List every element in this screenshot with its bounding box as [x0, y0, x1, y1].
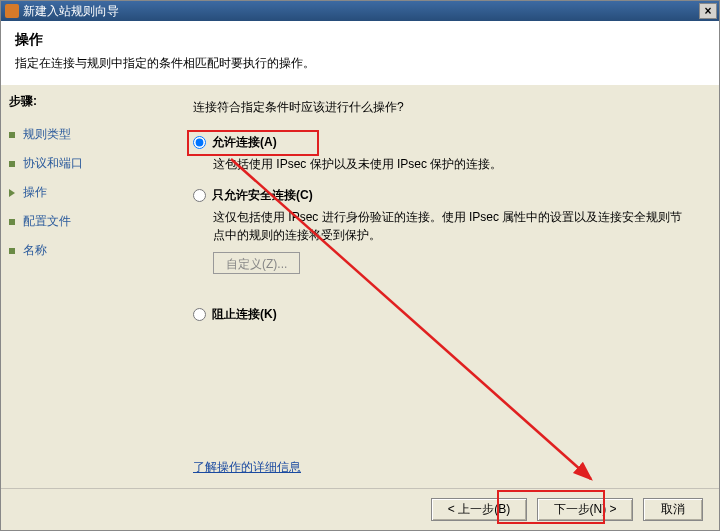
option-allow-desc: 这包括使用 IPsec 保护以及未使用 IPsec 保护的连接。 — [213, 155, 691, 173]
main-panel: 连接符合指定条件时应该进行什么操作? 允许连接(A) 这包括使用 IPsec 保… — [165, 85, 719, 488]
step-rule-type[interactable]: 规则类型 — [7, 120, 159, 149]
option-allow-block: 允许连接(A) 这包括使用 IPsec 保护以及未使用 IPsec 保护的连接。 — [193, 134, 691, 173]
step-label: 操作 — [23, 184, 47, 201]
option-allow-secure-desc: 这仅包括使用 IPsec 进行身份验证的连接。使用 IPsec 属性中的设置以及… — [213, 208, 691, 244]
option-allow-secure[interactable]: 只允许安全连接(C) — [193, 187, 691, 204]
option-block-label: 阻止连接(K) — [212, 306, 277, 323]
next-button[interactable]: 下一步(N) > — [537, 498, 633, 521]
option-allow-secure-block: 只允许安全连接(C) 这仅包括使用 IPsec 进行身份验证的连接。使用 IPs… — [193, 187, 691, 292]
option-block[interactable]: 阻止连接(K) — [193, 306, 691, 323]
bullet-icon — [9, 219, 15, 225]
radio-block[interactable] — [193, 308, 206, 321]
arrow-icon — [9, 189, 15, 197]
app-icon — [5, 4, 19, 18]
bullet-icon — [9, 161, 15, 167]
radio-allow-secure[interactable] — [193, 189, 206, 202]
learn-more-link[interactable]: 了解操作的详细信息 — [193, 459, 301, 476]
bullet-icon — [9, 132, 15, 138]
step-name[interactable]: 名称 — [7, 236, 159, 265]
steps-sidebar: 步骤: 规则类型 协议和端口 操作 配置文件 名称 — [1, 85, 165, 488]
window-title: 新建入站规则向导 — [23, 3, 119, 20]
radio-allow[interactable] — [193, 136, 206, 149]
steps-heading: 步骤: — [7, 93, 159, 110]
option-allow-label: 允许连接(A) — [212, 134, 277, 151]
prompt-text: 连接符合指定条件时应该进行什么操作? — [193, 99, 691, 116]
step-protocol-port[interactable]: 协议和端口 — [7, 149, 159, 178]
header-panel: 操作 指定在连接与规则中指定的条件相匹配时要执行的操作。 — [1, 21, 719, 89]
page-title: 操作 — [15, 31, 705, 49]
step-label: 规则类型 — [23, 126, 71, 143]
step-action[interactable]: 操作 — [7, 178, 159, 207]
back-button[interactable]: < 上一步(B) — [431, 498, 527, 521]
step-label: 配置文件 — [23, 213, 71, 230]
body-area: 步骤: 规则类型 协议和端口 操作 配置文件 名称 — [1, 85, 719, 488]
titlebar: 新建入站规则向导 × — [1, 1, 719, 21]
step-label: 名称 — [23, 242, 47, 259]
option-allow[interactable]: 允许连接(A) — [193, 134, 691, 151]
option-block-block: 阻止连接(K) — [193, 306, 691, 323]
wizard-window: 新建入站规则向导 × 操作 指定在连接与规则中指定的条件相匹配时要执行的操作。 … — [0, 0, 720, 531]
page-description: 指定在连接与规则中指定的条件相匹配时要执行的操作。 — [15, 55, 705, 72]
step-label: 协议和端口 — [23, 155, 83, 172]
step-profile[interactable]: 配置文件 — [7, 207, 159, 236]
close-button[interactable]: × — [699, 3, 717, 19]
button-bar: < 上一步(B) 下一步(N) > 取消 — [1, 488, 719, 530]
cancel-button[interactable]: 取消 — [643, 498, 703, 521]
customize-button: 自定义(Z)... — [213, 252, 300, 274]
bullet-icon — [9, 248, 15, 254]
option-allow-secure-label: 只允许安全连接(C) — [212, 187, 313, 204]
